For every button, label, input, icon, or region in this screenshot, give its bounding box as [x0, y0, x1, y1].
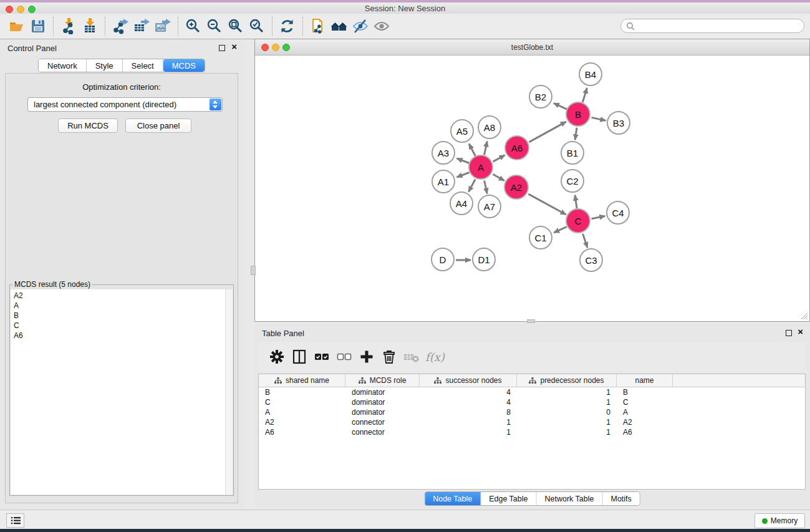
table-cell[interactable]: dominator — [345, 388, 420, 397]
select-all-icon[interactable] — [311, 346, 333, 368]
table-cell[interactable]: connector — [345, 428, 420, 437]
search-input[interactable] — [637, 20, 799, 32]
horizontal-splitter-handle[interactable] — [527, 319, 535, 323]
graph-node-B1[interactable]: B1 — [561, 141, 584, 165]
graph-node-B4[interactable]: B4 — [579, 62, 602, 86]
tab-mcds[interactable]: MCDS — [163, 59, 205, 72]
table-cell[interactable]: dominator — [345, 398, 420, 407]
import-table-icon[interactable] — [79, 16, 100, 37]
tab-style[interactable]: Style — [87, 59, 123, 72]
resize-grip-icon[interactable] — [800, 312, 808, 320]
graph-node-A5[interactable]: A5 — [450, 119, 474, 143]
table-cell[interactable]: A2 — [617, 418, 673, 427]
table-cell[interactable]: A — [617, 408, 673, 417]
table-close-icon[interactable]: × — [798, 327, 803, 337]
tab-network-table[interactable]: Network Table — [537, 492, 603, 505]
graph-node-A1[interactable]: A1 — [432, 170, 455, 193]
table-cell[interactable]: 1 — [420, 418, 517, 427]
table-row[interactable]: A6connector11A6 — [259, 427, 805, 437]
graph-node-B2[interactable]: B2 — [529, 85, 552, 109]
table-row[interactable]: Adominator80A — [259, 407, 805, 417]
settings-gear-icon[interactable] — [266, 346, 288, 368]
table-row[interactable]: Bdominator41B — [259, 387, 805, 397]
tab-select[interactable]: Select — [123, 59, 163, 72]
zoom-in-icon[interactable] — [183, 16, 204, 37]
column-header-predecessor-nodes[interactable]: predecessor nodes — [517, 374, 617, 387]
result-item[interactable]: A — [14, 301, 226, 311]
export-network-icon[interactable] — [110, 16, 131, 37]
network-canvas[interactable]: B4B2BB3B1A5A8A3A6AA1A2A4A7C2CC4C1C3DD1 — [255, 56, 809, 321]
graph-node-A[interactable]: A — [468, 155, 493, 180]
task-history-button[interactable] — [6, 513, 24, 528]
graph-node-D1[interactable]: D1 — [472, 248, 496, 271]
tab-node-table[interactable]: Node Table — [425, 492, 481, 505]
graph-node-C1[interactable]: C1 — [529, 226, 552, 249]
graph-node-A6[interactable]: A6 — [504, 135, 529, 160]
save-session-icon[interactable] — [27, 16, 49, 37]
network-from-document-icon[interactable] — [307, 16, 329, 37]
table-cell[interactable]: 4 — [420, 398, 517, 407]
result-scrollbar[interactable] — [225, 289, 233, 495]
graph-node-A8[interactable]: A8 — [478, 115, 501, 139]
table-cell[interactable]: B — [259, 388, 345, 397]
float-panel-icon[interactable] — [219, 45, 225, 51]
table-row[interactable]: A2connector11A2 — [259, 417, 805, 427]
table-row[interactable]: Cdominator41C — [259, 397, 805, 407]
result-item[interactable]: A2 — [14, 291, 226, 301]
zoom-fit-icon[interactable] — [225, 16, 246, 37]
zoom-out-icon[interactable] — [204, 16, 225, 37]
show-all-icon[interactable] — [371, 16, 392, 37]
zoom-selected-icon[interactable] — [246, 16, 268, 37]
table-cell[interactable]: 1 — [517, 418, 617, 427]
graph-node-D[interactable]: D — [431, 248, 455, 271]
return-home-icon[interactable] — [329, 16, 350, 37]
table-cell[interactable]: 1 — [517, 398, 617, 407]
export-image-icon[interactable] — [152, 16, 173, 37]
graph-node-B[interactable]: B — [566, 102, 591, 127]
table-cell[interactable]: A6 — [617, 428, 673, 437]
column-panel-icon[interactable] — [288, 346, 311, 368]
table-cell[interactable]: A2 — [259, 418, 345, 427]
refresh-view-icon[interactable] — [277, 16, 298, 37]
table-cell[interactable]: dominator — [345, 408, 420, 417]
close-panel-button[interactable]: Close panel — [125, 118, 191, 133]
close-panel-icon[interactable]: × — [231, 42, 237, 52]
graph-node-A7[interactable]: A7 — [478, 195, 501, 218]
result-item[interactable]: B — [14, 311, 226, 321]
graph-node-B3[interactable]: B3 — [607, 111, 630, 135]
hide-selected-icon[interactable] — [350, 16, 371, 37]
column-header-name[interactable]: name — [617, 374, 673, 387]
tab-edge-table[interactable]: Edge Table — [481, 492, 536, 505]
table-cell[interactable]: 0 — [517, 408, 617, 417]
result-item[interactable]: A6 — [14, 331, 226, 341]
graph-node-A4[interactable]: A4 — [450, 191, 473, 215]
graph-node-A2[interactable]: A2 — [504, 175, 529, 200]
table-cell[interactable]: A — [259, 408, 345, 417]
graph-node-C2[interactable]: C2 — [561, 169, 584, 193]
table-cell[interactable]: 8 — [420, 408, 517, 417]
mcds-result-list[interactable]: A2ABCA6 — [11, 289, 226, 495]
open-session-icon[interactable] — [6, 16, 27, 37]
table-cell[interactable]: 1 — [517, 428, 617, 437]
graph-node-C4[interactable]: C4 — [606, 201, 630, 225]
add-row-icon[interactable] — [355, 346, 378, 368]
vertical-splitter-handle[interactable] — [251, 266, 256, 275]
tab-motifs[interactable]: Motifs — [602, 492, 639, 505]
result-item[interactable]: C — [14, 321, 226, 331]
search-field[interactable] — [620, 19, 804, 33]
app-titlebar[interactable]: Session: New Session — [0, 2, 810, 14]
column-header-successor-nodes[interactable]: successor nodes — [420, 374, 517, 387]
graph-node-C3[interactable]: C3 — [579, 248, 603, 272]
tab-network[interactable]: Network — [39, 59, 87, 72]
import-network-icon[interactable] — [58, 16, 79, 37]
memory-button[interactable]: Memory — [755, 513, 805, 528]
table-cell[interactable]: C — [259, 398, 345, 407]
export-table-icon[interactable] — [131, 16, 152, 37]
run-mcds-button[interactable]: Run MCDS — [58, 118, 118, 133]
table-cell[interactable]: connector — [345, 418, 420, 427]
optimization-criterion-select[interactable]: largest connected component (directed) — [27, 97, 223, 112]
table-float-icon[interactable] — [786, 330, 792, 336]
graph-node-C[interactable]: C — [566, 208, 591, 233]
graph-node-A3[interactable]: A3 — [432, 141, 455, 165]
delete-row-icon[interactable] — [378, 346, 400, 368]
